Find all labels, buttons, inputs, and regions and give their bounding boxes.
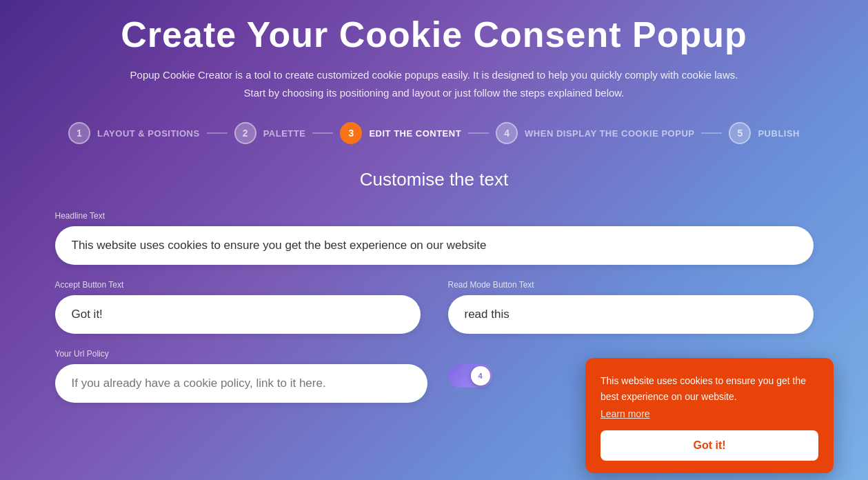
cookie-popup-text: This website uses cookies to ensure you … — [600, 373, 818, 404]
subtitle-line2: Start by choosing its positioning and la… — [244, 87, 625, 99]
page-container: Create Your Cookie Consent Popup Popup C… — [0, 0, 868, 480]
step-3-circle: 3 — [340, 122, 362, 144]
accept-input[interactable] — [55, 295, 421, 334]
subtitle-line1: Popup Cookie Creator is a tool to create… — [130, 69, 738, 81]
readmode-input[interactable] — [448, 295, 814, 334]
accept-group: Accept Button Text — [55, 280, 421, 334]
step-4[interactable]: 4 WHEN DISPLAY THE COOKIE POPUP — [496, 122, 694, 144]
step-5-label: PUBLISH — [758, 128, 800, 139]
step-4-label: WHEN DISPLAY THE COOKIE POPUP — [525, 128, 694, 139]
toggle-switch[interactable]: 4 — [448, 364, 492, 388]
page-title: Create Your Cookie Consent Popup — [41, 14, 827, 55]
step-divider-1 — [207, 132, 228, 134]
section-title: Customise the text — [41, 169, 827, 190]
step-1-label: LAYOUT & POSITIONS — [97, 128, 200, 139]
two-col-row: Accept Button Text Read Mode Button Text — [55, 280, 814, 334]
readmode-group: Read Mode Button Text — [448, 280, 814, 334]
cookie-accept-button[interactable]: Got it! — [600, 430, 818, 461]
step-4-circle: 4 — [496, 122, 518, 144]
readmode-label: Read Mode Button Text — [448, 280, 814, 290]
step-divider-4 — [701, 132, 722, 134]
toggle-knob: 4 — [471, 366, 490, 386]
cookie-learn-more-link[interactable]: Learn more — [600, 408, 818, 419]
step-3[interactable]: 3 EDIT THE CONTENT — [340, 122, 461, 144]
step-divider-2 — [312, 132, 333, 134]
step-1[interactable]: 1 LAYOUT & POSITIONS — [68, 122, 200, 144]
urlpolicy-input[interactable] — [55, 364, 427, 403]
accept-label: Accept Button Text — [55, 280, 421, 290]
cookie-popup-preview: This website uses cookies to ensure you … — [585, 358, 834, 473]
page-subtitle: Popup Cookie Creator is a tool to create… — [41, 66, 827, 101]
step-2-circle: 2 — [234, 122, 256, 144]
step-5-circle: 5 — [729, 122, 751, 144]
step-2-label: PALETTE — [263, 128, 306, 139]
toggle-wrap: 4 — [448, 364, 492, 388]
headline-group: Headline Text — [55, 211, 814, 265]
step-1-circle: 1 — [68, 122, 90, 144]
urlpolicy-label: Your Url Policy — [55, 349, 427, 359]
urlpolicy-group: Your Url Policy — [55, 349, 427, 403]
step-2[interactable]: 2 PALETTE — [234, 122, 306, 144]
cookie-close-dot — [600, 448, 613, 461]
step-3-label: EDIT THE CONTENT — [369, 128, 461, 139]
headline-input[interactable] — [55, 226, 814, 265]
steps-nav: 1 LAYOUT & POSITIONS 2 PALETTE 3 EDIT TH… — [41, 122, 827, 144]
step-5[interactable]: 5 PUBLISH — [729, 122, 800, 144]
step-divider-3 — [468, 132, 489, 134]
headline-label: Headline Text — [55, 211, 814, 221]
